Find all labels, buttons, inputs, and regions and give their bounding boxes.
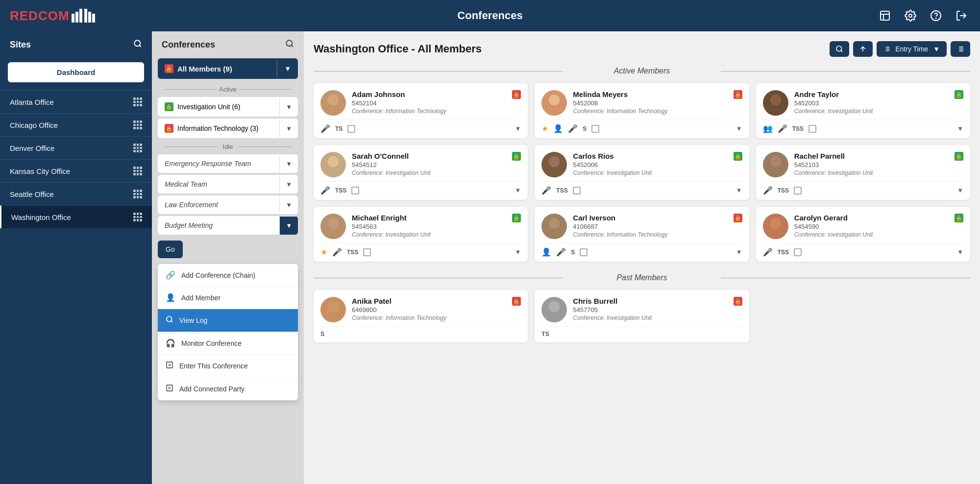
chevron-down-icon[interactable]: ▼ [514, 248, 521, 256]
mic-icon[interactable]: 🎤 [568, 124, 578, 133]
checkbox[interactable] [808, 125, 816, 133]
person-icon[interactable]: 👤 [541, 247, 551, 257]
settings-icon[interactable] [902, 7, 919, 24]
content-toolbar: Entry Time ▼ [830, 41, 970, 57]
content-area: Washington Office - All Members [304, 31, 980, 484]
conf-item-chevron[interactable]: ▼ [279, 217, 298, 235]
person2-icon[interactable]: 👥 [763, 124, 773, 133]
sidebar-item-atlanta[interactable]: Atlanta Office [0, 90, 152, 113]
star-icon[interactable]: ★ [320, 247, 327, 257]
mic-icon[interactable]: 🎤 [763, 247, 773, 257]
conf-item-chevron[interactable]: ▼ [279, 120, 298, 138]
member-card-actions: 🎤 TSS ▼ [763, 181, 963, 195]
member-card-actions: 👥 🎤 TSS ▼ [763, 120, 963, 133]
checkbox[interactable] [351, 187, 359, 194]
checkbox[interactable] [347, 125, 355, 133]
conf-item-medical[interactable]: Medical Team ▼ [158, 175, 298, 194]
member-number: 5452104 [352, 99, 506, 107]
conf-all-members-chevron[interactable]: ▼ [277, 59, 298, 78]
sidebar-item-washington[interactable]: Washington Office [0, 205, 152, 228]
sort-entry-time-button[interactable]: Entry Time ▼ [877, 41, 947, 57]
menu-item-connected-party[interactable]: Add Connected Party [158, 378, 298, 400]
chevron-down-icon[interactable]: ▼ [736, 125, 742, 132]
conf-item-chevron[interactable]: ▼ [279, 196, 298, 214]
menu-item-add-member[interactable]: 👤 Add Member [158, 287, 298, 309]
conf-all-members-label[interactable]: 🔒 All Members (9) [158, 58, 277, 79]
menu-item-view-log[interactable]: View Log [158, 309, 298, 332]
checkbox[interactable] [363, 248, 371, 256]
help-icon[interactable] [927, 7, 945, 24]
sort-direction-button[interactable] [853, 41, 873, 57]
conf-item-infotech[interactable]: 🔒 Information Technology (3) ▼ [158, 119, 298, 138]
svg-point-53 [770, 156, 781, 167]
search-button[interactable] [830, 41, 849, 57]
mic-icon[interactable]: 🎤 [320, 186, 330, 195]
conf-item-chevron[interactable]: ▼ [279, 98, 298, 116]
avatar-adam [320, 90, 346, 116]
mic-icon[interactable]: 🎤 [541, 186, 551, 195]
conf-item-budget[interactable]: Budget Meeting ▼ [158, 216, 298, 235]
star-icon[interactable]: ★ [541, 124, 548, 133]
mic-icon[interactable]: 🎤 [778, 124, 787, 133]
mic-icon[interactable]: 🎤 [763, 186, 773, 195]
member-name: Carolyn Gerard [794, 214, 949, 222]
person-icon[interactable]: 👤 [553, 124, 563, 133]
avatar-carl [541, 214, 567, 239]
conf-item-investigation[interactable]: 🔒 Investigation Unit (6) ▼ [158, 97, 298, 117]
dashboard-button[interactable]: Dashboard [8, 62, 144, 82]
go-button[interactable]: Go [158, 241, 183, 258]
status-icon-green: 🔒 [955, 152, 963, 161]
member-name: Rachel Parnell [794, 152, 949, 160]
checkbox[interactable] [794, 187, 802, 194]
action-ts: TS [541, 331, 549, 338]
conf-item-emergency[interactable]: Emergency Response Team ▼ [158, 154, 298, 173]
mic-icon[interactable]: 🎤 [556, 247, 566, 257]
logout-icon[interactable] [953, 7, 970, 24]
sidebar: Sites Dashboard Atlanta Office Chicago O… [0, 31, 152, 484]
checkbox[interactable] [580, 248, 588, 256]
svg-point-58 [545, 229, 563, 239]
svg-rect-0 [72, 14, 74, 23]
chevron-down-icon[interactable]: ▼ [957, 187, 963, 194]
grid-icon [133, 190, 142, 198]
active-members-label: Active Members [314, 67, 970, 75]
member-name: Chris Burrell [573, 297, 727, 305]
profile-icon[interactable] [876, 7, 894, 24]
conf-item-chevron[interactable]: ▼ [279, 155, 298, 173]
svg-rect-5 [92, 14, 95, 23]
member-card-rachel: Rachel Parnell 5452103 Conference: Inves… [756, 145, 970, 200]
chevron-down-icon[interactable]: ▼ [957, 125, 963, 132]
svg-point-40 [545, 106, 563, 116]
conf-idle-label: Idle [152, 140, 304, 152]
member-card-actions: ★ 🎤 TSS ▼ [320, 243, 521, 257]
mic-icon[interactable]: 🎤 [320, 124, 330, 133]
member-name: Carl Iverson [573, 214, 727, 222]
menu-item-add-conference[interactable]: 🔗 Add Conference (Chain) [158, 264, 298, 287]
chevron-down-icon[interactable]: ▼ [514, 125, 521, 132]
checkbox[interactable] [591, 125, 599, 133]
checkbox[interactable] [794, 248, 802, 256]
sidebar-item-seattle[interactable]: Seattle Office [0, 182, 152, 205]
menu-item-monitor[interactable]: 🎧 Monitor Conference [158, 332, 298, 355]
chevron-down-icon[interactable]: ▼ [736, 248, 742, 256]
mic-icon[interactable]: 🎤 [332, 247, 342, 257]
sidebar-item-chicago[interactable]: Chicago Office [0, 113, 152, 136]
sidebar-search-icon[interactable] [133, 39, 142, 50]
dropdown-menu: 🔗 Add Conference (Chain) 👤 Add Member Vi… [158, 264, 298, 400]
menu-item-enter[interactable]: Enter This Conference [158, 355, 298, 378]
checkbox[interactable] [573, 187, 581, 194]
conf-search-icon[interactable] [285, 39, 294, 50]
action-s: S [583, 125, 587, 132]
list-view-button[interactable] [951, 41, 970, 57]
svg-line-22 [841, 50, 842, 52]
sidebar-item-kansas[interactable]: Kansas City Office [0, 159, 152, 182]
member-card-actions: 🎤 TSS ▼ [541, 181, 742, 195]
conf-item-chevron[interactable]: ▼ [279, 175, 298, 194]
chevron-down-icon[interactable]: ▼ [736, 187, 742, 194]
sidebar-item-denver[interactable]: Denver Office [0, 136, 152, 159]
chevron-down-icon[interactable]: ▼ [957, 248, 963, 256]
conf-item-law[interactable]: Law Enforcement ▼ [158, 195, 298, 214]
chevron-down-icon[interactable]: ▼ [514, 187, 521, 194]
conf-all-members[interactable]: 🔒 All Members (9) ▼ [158, 58, 298, 79]
sidebar-dashboard: Dashboard [8, 62, 144, 82]
